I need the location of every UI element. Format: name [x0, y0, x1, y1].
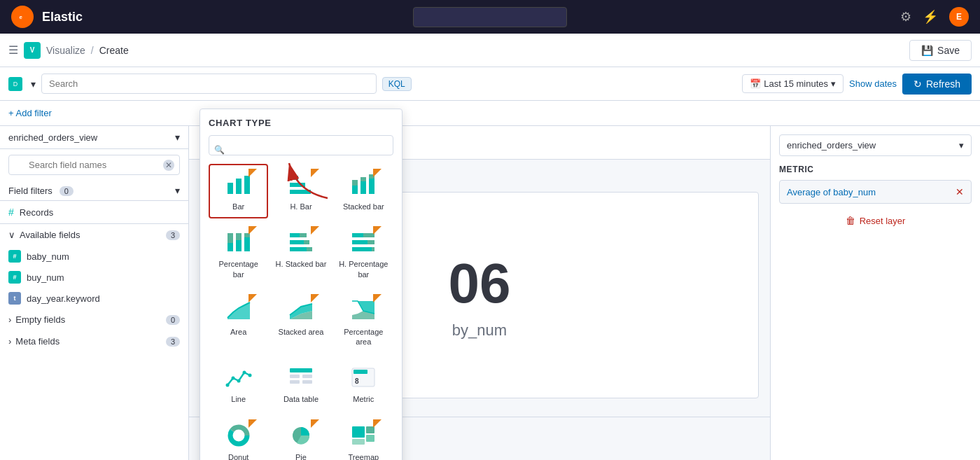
field-item[interactable]: t day_year.keyword: [0, 288, 188, 309]
index-dropdown-chevron-icon: ▾: [175, 132, 180, 143]
records-icon: #: [8, 207, 14, 218]
h-stacked-bar-chart-icon-wrapper: [284, 228, 318, 256]
field-type-icon-hash: #: [8, 271, 21, 284]
top-navigation: e Elastic ⚙ ⚡ E: [0, 0, 980, 34]
chart-type-percentage-area[interactable]: Percentage area: [334, 289, 393, 354]
field-name-day-year: day_year.keyword: [27, 293, 100, 304]
svg-rect-26: [290, 240, 304, 244]
chart-type-h-percentage-bar[interactable]: H. Percentage bar: [334, 221, 393, 286]
popup-header: CHART TYPE: [209, 118, 393, 128]
svg-rect-8: [290, 190, 311, 194]
search-field-wrapper: 🔍 ✕: [8, 155, 180, 175]
big-metric-number: 06: [449, 251, 511, 316]
reset-layer-button[interactable]: 🗑 Reset layer: [779, 209, 972, 232]
area-chart-label: Area: [230, 327, 246, 337]
help-icon[interactable]: ⚡: [923, 9, 938, 25]
time-chevron-icon: ▾: [831, 78, 836, 89]
calendar-icon: 📅: [750, 78, 761, 89]
save-icon: 💾: [921, 45, 933, 56]
h-bar-chart-icon-wrapper: [284, 171, 318, 199]
meta-fields-section[interactable]: › Meta fields 3: [0, 330, 188, 352]
h-percentage-bar-chart-label: H. Percentage bar: [338, 259, 389, 279]
search-field-input[interactable]: [8, 155, 180, 175]
user-avatar[interactable]: E: [949, 7, 969, 27]
svg-rect-52: [354, 370, 368, 374]
field-filters-chevron-icon[interactable]: ▾: [175, 185, 180, 196]
elastic-logo[interactable]: e: [11, 6, 34, 28]
chart-type-popup: CHART TYPE 🔍 Bar: [200, 109, 402, 460]
chart-type-donut[interactable]: Donut: [209, 414, 268, 460]
available-fields-section[interactable]: ∨ Available fields 3: [0, 224, 188, 246]
show-dates-button[interactable]: Show dates: [849, 78, 897, 89]
h-stacked-bar-chart-label: H. Stacked bar: [276, 259, 327, 269]
svg-marker-40: [373, 294, 382, 302]
svg-rect-18: [227, 243, 233, 251]
hamburger-menu-icon[interactable]: ☰: [8, 43, 18, 57]
popup-search-icon: 🔍: [214, 145, 225, 155]
svg-point-43: [237, 379, 240, 383]
chart-type-area[interactable]: Area: [209, 289, 268, 354]
search-clear-icon[interactable]: ✕: [163, 160, 174, 171]
svg-marker-39: [311, 294, 319, 302]
svg-marker-59: [311, 419, 319, 428]
svg-marker-23: [248, 226, 257, 235]
add-filter-button[interactable]: + Add filter: [8, 108, 52, 118]
reset-label: Reset layer: [860, 216, 906, 226]
svg-rect-29: [307, 247, 312, 251]
chart-type-data-table[interactable]: Data table: [271, 356, 330, 411]
records-row[interactable]: # Records: [0, 201, 188, 224]
field-filters-label-group: Field filters 0: [8, 185, 74, 196]
global-search-input[interactable]: [413, 7, 567, 27]
save-button[interactable]: 💾 Save: [909, 40, 972, 61]
svg-marker-37: [373, 226, 382, 235]
chart-type-bar[interactable]: Bar: [209, 164, 268, 218]
chart-type-line[interactable]: Line: [209, 356, 268, 411]
settings-icon[interactable]: ⚙: [900, 9, 911, 25]
svg-rect-46: [290, 368, 312, 372]
time-range-selector[interactable]: 📅 Last 15 minutes ▾: [742, 74, 844, 93]
svg-marker-64: [373, 419, 382, 428]
chart-type-search-input[interactable]: [209, 135, 393, 155]
nav-center-search: [413, 7, 567, 27]
donut-chart-icon-wrapper: [222, 421, 255, 449]
svg-rect-12: [360, 181, 366, 194]
chart-type-stacked-area[interactable]: Stacked area: [271, 289, 330, 354]
index-chevron-icon: ▾: [31, 78, 36, 90]
metric-close-button[interactable]: ✕: [955, 186, 964, 197]
empty-fields-left: › Empty fields: [8, 314, 65, 325]
field-item[interactable]: # baby_num: [0, 246, 188, 267]
chart-type-treemap[interactable]: Treemap: [334, 414, 393, 460]
metric-value-row: Average of baby_num ✕: [779, 180, 972, 204]
right-index-chevron-icon: ▾: [959, 140, 964, 151]
chart-type-h-stacked-bar[interactable]: H. Stacked bar: [271, 221, 330, 286]
right-index-name: enriched_orders_view: [787, 140, 876, 151]
chart-type-pie[interactable]: Pie: [271, 414, 330, 460]
nav-left: e Elastic: [11, 6, 83, 28]
index-dropdown[interactable]: enriched_orders_view ▾: [0, 126, 188, 149]
reset-icon: 🗑: [846, 215, 855, 226]
svg-rect-48: [302, 375, 312, 378]
field-type-icon-hash: #: [8, 250, 21, 263]
empty-fields-label: Empty fields: [15, 314, 65, 325]
index-selector[interactable]: D ▾: [8, 77, 36, 91]
refresh-button[interactable]: ↻ Refresh: [902, 74, 972, 95]
chart-type-metric[interactable]: 8 Metric: [334, 356, 393, 411]
breadcrumb-visualize[interactable]: Visualize: [46, 45, 85, 56]
chart-type-stacked-bar[interactable]: Stacked bar: [334, 164, 393, 218]
svg-rect-47: [290, 375, 300, 378]
svg-rect-28: [290, 247, 307, 251]
field-item[interactable]: # buy_num: [0, 267, 188, 288]
svg-rect-50: [302, 380, 312, 384]
right-index-selector[interactable]: enriched_orders_view ▾: [779, 134, 972, 156]
bar-chart-label: Bar: [232, 202, 244, 211]
kql-search-input[interactable]: [41, 74, 377, 94]
svg-text:e: e: [20, 14, 23, 20]
field-filters-label: Field filters: [8, 186, 52, 196]
filter-bar: + Add filter: [0, 101, 980, 126]
stacked-bar-chart-label: Stacked bar: [343, 202, 384, 211]
empty-fields-section[interactable]: › Empty fields 0: [0, 309, 188, 330]
chart-type-percentage-bar[interactable]: Percentage bar: [209, 221, 268, 286]
kql-badge[interactable]: KQL: [382, 77, 412, 91]
svg-marker-9: [311, 169, 319, 177]
chart-type-h-bar[interactable]: H. Bar: [271, 164, 330, 218]
